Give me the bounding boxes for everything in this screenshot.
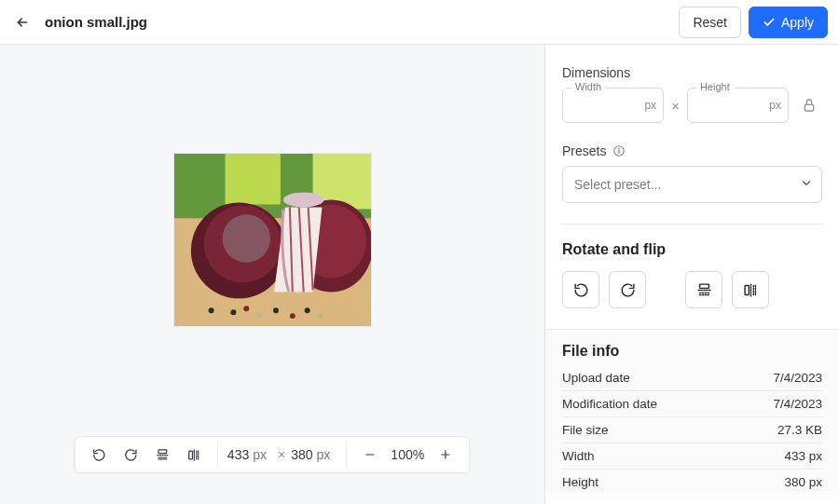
bottom-toolbar: 433 px × 380 px 100% <box>75 436 470 473</box>
svg-point-33 <box>619 148 620 149</box>
rotate-flip-title: Rotate and flip <box>562 241 822 258</box>
svg-point-13 <box>256 312 262 318</box>
rotate-ccw-button[interactable] <box>83 439 115 470</box>
info-row-modification-date: Modification date 7/4/2023 <box>562 391 822 417</box>
info-label: File size <box>562 423 609 437</box>
header-right: Reset Apply <box>679 7 828 38</box>
preset-select[interactable]: Select preset... <box>562 166 822 203</box>
flip-vertical-icon <box>696 282 712 298</box>
svg-point-14 <box>272 307 278 313</box>
filename: onion small.jpg <box>45 14 147 30</box>
info-row-height: Height 380 px <box>562 470 822 495</box>
svg-point-15 <box>289 313 295 319</box>
header-left: onion small.jpg <box>11 11 147 34</box>
height-field-box: Height px <box>687 88 789 123</box>
info-label: Width <box>562 449 595 463</box>
dimensions-display: 433 px × 380 px <box>218 437 346 472</box>
back-button[interactable] <box>11 11 34 34</box>
rotate-ccw-icon <box>573 282 589 298</box>
arrow-left-icon <box>15 15 30 30</box>
plus-icon <box>439 448 452 461</box>
dimension-x: × <box>278 447 285 462</box>
info-row-width: Width 433 px <box>562 443 822 470</box>
side-panel: Dimensions Width px × Height px <box>545 45 839 504</box>
info-row-upload-date: Upload date 7/4/2023 <box>562 365 822 391</box>
file-info-section: File info Upload date 7/4/2023 Modificat… <box>545 329 839 495</box>
svg-rect-3 <box>225 154 280 204</box>
svg-point-18 <box>208 307 213 313</box>
height-suffix: px <box>769 99 781 112</box>
svg-point-9 <box>222 214 270 262</box>
check-icon <box>763 16 776 29</box>
reset-button[interactable]: Reset <box>679 7 741 38</box>
flip-horizontal-button[interactable] <box>178 439 210 470</box>
side-flip-horizontal-button[interactable] <box>732 271 769 308</box>
rotate-cw-button[interactable] <box>115 439 146 470</box>
svg-point-17 <box>317 313 323 319</box>
svg-point-11 <box>230 309 236 315</box>
flip-vertical-icon <box>155 448 169 462</box>
width-float-label: Width <box>571 81 605 92</box>
preview-illustration <box>174 154 371 326</box>
dimensions-row: Width px × Height px <box>562 88 822 123</box>
info-icon <box>612 144 626 157</box>
zoom-percent: 100% <box>385 447 430 462</box>
divider <box>562 224 822 225</box>
rotate-cw-icon <box>123 448 137 462</box>
minus-icon <box>363 448 376 461</box>
presets-section: Presets Select preset... <box>562 143 822 203</box>
presets-info-button[interactable] <box>612 143 626 158</box>
dims-x: × <box>671 98 680 114</box>
height-float-label: Height <box>696 81 734 92</box>
rotate-flip-group <box>76 437 217 472</box>
aspect-lock-button[interactable] <box>796 98 822 113</box>
lock-icon <box>802 98 817 113</box>
presets-label-text: Presets <box>562 143 606 158</box>
dimensions-label: Dimensions <box>562 65 822 80</box>
canvas-area: 433 px × 380 px 100% <box>0 45 545 504</box>
zoom-out-button[interactable] <box>353 439 385 470</box>
rotate-ccw-icon <box>91 448 105 462</box>
svg-point-10 <box>282 193 323 208</box>
preset-select-box: Select preset... <box>562 166 822 203</box>
info-value: 7/4/2023 <box>773 371 822 385</box>
apply-label: Apply <box>781 15 814 30</box>
info-label: Height <box>562 475 598 489</box>
presets-label: Presets <box>562 143 822 158</box>
dimensions-section: Dimensions Width px × Height px <box>562 65 822 123</box>
info-label: Modification date <box>562 397 657 411</box>
info-label: Upload date <box>562 371 630 385</box>
width-value: 433 <box>227 447 249 462</box>
width-field-box: Width px <box>562 88 664 123</box>
image-preview <box>173 153 372 327</box>
zoom-in-button[interactable] <box>430 439 461 470</box>
svg-rect-34 <box>699 284 708 288</box>
rotate-flip-section: Rotate and flip <box>562 241 822 308</box>
side-flip-vertical-button[interactable] <box>685 271 722 308</box>
flip-horizontal-icon <box>186 448 200 462</box>
info-row-file-size: File size 27.3 KB <box>562 417 822 443</box>
side-rotate-ccw-button[interactable] <box>562 271 599 308</box>
svg-rect-38 <box>745 285 749 294</box>
main: 433 px × 380 px 100% Dimensions <box>0 45 839 504</box>
width-suffix: px <box>644 99 656 112</box>
info-value: 7/4/2023 <box>773 397 822 411</box>
svg-rect-30 <box>805 104 813 111</box>
flip-vertical-button[interactable] <box>146 439 178 470</box>
file-info-title: File info <box>562 343 822 360</box>
info-value: 433 px <box>784 449 822 463</box>
rotate-cw-icon <box>620 282 636 298</box>
spacer <box>655 271 676 308</box>
height-value: 380 <box>291 447 312 462</box>
svg-rect-19 <box>158 449 166 453</box>
rotate-flip-buttons <box>562 271 822 308</box>
side-rotate-cw-button[interactable] <box>609 271 646 308</box>
height-unit: px <box>317 447 331 462</box>
svg-point-16 <box>304 307 309 313</box>
flip-horizontal-icon <box>743 282 759 298</box>
svg-rect-23 <box>188 451 192 459</box>
zoom-group: 100% <box>346 437 469 472</box>
apply-button[interactable]: Apply <box>749 7 828 38</box>
info-value: 27.3 KB <box>777 423 822 437</box>
info-value: 380 px <box>784 475 822 489</box>
